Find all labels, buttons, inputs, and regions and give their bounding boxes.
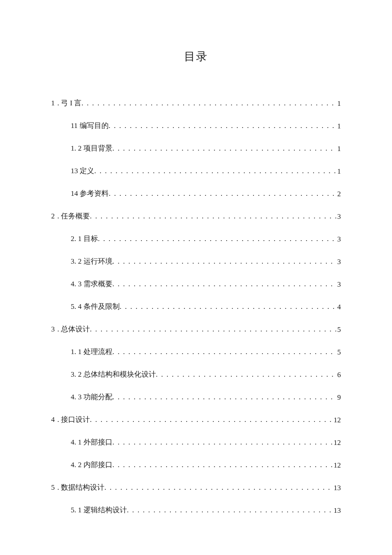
toc-entry-label: 4. 2 内部接口 xyxy=(71,460,112,470)
toc-entry: 5. 数据结构设计 . . . . . . . . . . . . . . . … xyxy=(51,482,341,492)
toc-leader-dots: . . . . . . . . . . . . . . . . . . . . … xyxy=(156,370,337,379)
toc-entry: 5. 4 条件及限制. . . . . . . . . . . . . . . … xyxy=(51,302,341,311)
toc-entry: 4. 接口设计 . . . . . . . . . . . . . . . . … xyxy=(51,415,341,424)
toc-entry-page: 5 xyxy=(337,325,341,334)
toc-entry-number: 3 xyxy=(51,325,55,334)
toc-entry: 2. 任务概要 . . . . . . . . . . . . . . . . … xyxy=(51,211,341,221)
toc-entry: 11 编写目的. . . . . . . . . . . . . . . . .… xyxy=(51,121,341,131)
toc-entry: 4. 2 内部接口. . . . . . . . . . . . . . . .… xyxy=(51,460,341,470)
toc-entry-page: 6 xyxy=(337,371,341,379)
toc-entry-page: 13 xyxy=(333,484,341,492)
toc-entry-number: 1 xyxy=(51,99,55,108)
toc-entry-page: 2 xyxy=(337,190,341,198)
toc-entry-label: 3. 总体设计 xyxy=(51,324,90,334)
toc-leader-dots: . . . . . . . . . . . . . . . . . . . . … xyxy=(104,483,333,492)
table-of-contents: 1. 弓 I 言 . . . . . . . . . . . . . . . .… xyxy=(51,98,341,515)
toc-entry-page: 5 xyxy=(337,348,341,357)
toc-entry-label: 5. 4 条件及限制 xyxy=(71,302,120,311)
toc-entry-label: 4. 1 外部接口 xyxy=(71,437,112,447)
toc-entry-page: 9 xyxy=(337,393,341,402)
toc-title: 目录 xyxy=(51,49,341,64)
toc-entry-label: 2. 1 目标 xyxy=(71,234,98,244)
toc-leader-dots: . . . . . . . . . . . . . . . . . . . . … xyxy=(109,189,336,198)
toc-entry: 5. 1 逻辑结构设计. . . . . . . . . . . . . . .… xyxy=(51,505,341,515)
toc-entry-page: 3 xyxy=(337,280,341,289)
toc-entry: 1. 2 项目背景. . . . . . . . . . . . . . . .… xyxy=(51,143,341,153)
toc-entry-page: 1 xyxy=(337,145,341,153)
toc-entry: 4. 3 功能分配. . . . . . . . . . . . . . . .… xyxy=(51,392,341,402)
toc-entry-label: 1. 弓 I 言 xyxy=(51,98,81,108)
toc-entry-label: 1. 2 项目背景 xyxy=(71,143,112,153)
toc-entry: 14 参考资料. . . . . . . . . . . . . . . . .… xyxy=(51,189,341,198)
toc-entry-label: 4. 3 功能分配 xyxy=(71,392,112,402)
toc-entry-page: 12 xyxy=(333,416,341,424)
toc-leader-dots: . . . . . . . . . . . . . . . . . . . . … xyxy=(127,506,333,514)
toc-entry-label: 5. 1 逻辑结构设计 xyxy=(71,505,127,515)
toc-entry-page: 3 xyxy=(337,235,341,244)
toc-entry-label: 4. 3 需求概要 xyxy=(71,279,112,289)
toc-entry-page: 3 xyxy=(337,212,341,221)
toc-entry-label: 3. 2 总体结构和模块化设计 xyxy=(71,369,156,379)
toc-entry-number: 2 xyxy=(51,212,55,221)
toc-leader-dots: . . . . . . . . . . . . . . . . . . . . … xyxy=(112,461,333,469)
toc-leader-dots: . . . . . . . . . . . . . . . . . . . . … xyxy=(90,416,333,424)
toc-entry: 13 定义. . . . . . . . . . . . . . . . . .… xyxy=(51,166,341,176)
toc-leader-dots: . . . . . . . . . . . . . . . . . . . . … xyxy=(112,144,337,153)
toc-entry-page: 12 xyxy=(333,461,341,470)
toc-leader-dots: . . . . . . . . . . . . . . . . . . . . … xyxy=(109,122,337,130)
toc-leader-dots: . . . . . . . . . . . . . . . . . . . . … xyxy=(112,438,333,447)
toc-entry-label: 2. 任务概要 xyxy=(51,211,90,221)
toc-entry-page: 1 xyxy=(337,122,341,131)
toc-leader-dots: . . . . . . . . . . . . . . . . . . . . … xyxy=(120,302,337,311)
toc-entry-number: 4 xyxy=(51,416,55,424)
toc-entry-label: 3. 2 运行环境 xyxy=(71,256,112,266)
toc-entry: 3. 2 运行环境. . . . . . . . . . . . . . . .… xyxy=(51,256,341,266)
toc-entry-label: 5. 数据结构设计 xyxy=(51,482,104,492)
toc-leader-dots: . . . . . . . . . . . . . . . . . . . . … xyxy=(98,235,337,243)
toc-entry: 2. 1 目标. . . . . . . . . . . . . . . . .… xyxy=(51,234,341,244)
toc-entry-label: 13 定义 xyxy=(71,166,94,176)
toc-entry-page: 12 xyxy=(333,439,341,447)
toc-entry-label: 1. 1 处理流程 xyxy=(71,347,112,357)
toc-entry: 1. 弓 I 言 . . . . . . . . . . . . . . . .… xyxy=(51,98,341,108)
toc-entry: 3. 总体设计 . . . . . . . . . . . . . . . . … xyxy=(51,324,341,334)
toc-leader-dots: . . . . . . . . . . . . . . . . . . . . … xyxy=(112,257,337,266)
toc-entry: 3. 2 总体结构和模块化设计. . . . . . . . . . . . .… xyxy=(51,369,341,379)
toc-entry-page: 4 xyxy=(337,303,341,311)
toc-entry-number: 5 xyxy=(51,483,55,492)
toc-leader-dots: . . . . . . . . . . . . . . . . . . . . … xyxy=(112,280,337,288)
toc-entry: 1. 1 处理流程. . . . . . . . . . . . . . . .… xyxy=(51,347,341,357)
toc-leader-dots: . . . . . . . . . . . . . . . . . . . . … xyxy=(90,325,337,334)
toc-leader-dots: . . . . . . . . . . . . . . . . . . . . … xyxy=(112,393,337,401)
toc-entry-label: 14 参考资料 xyxy=(71,189,109,198)
toc-entry-label: 4. 接口设计 xyxy=(51,415,90,424)
toc-entry-page: 1 xyxy=(337,99,341,108)
toc-leader-dots: . . . . . . . . . . . . . . . . . . . . … xyxy=(112,348,337,356)
toc-entry-page: 1 xyxy=(337,167,341,176)
toc-entry-label: 11 编写目的 xyxy=(71,121,109,131)
toc-entry: 4. 1 外部接口. . . . . . . . . . . . . . . .… xyxy=(51,437,341,447)
toc-leader-dots: . . . . . . . . . . . . . . . . . . . . … xyxy=(94,167,336,175)
toc-leader-dots: . . . . . . . . . . . . . . . . . . . . … xyxy=(90,212,337,221)
toc-entry-page: 13 xyxy=(333,506,341,515)
toc-leader-dots: . . . . . . . . . . . . . . . . . . . . … xyxy=(81,99,336,108)
toc-entry-page: 3 xyxy=(337,258,341,266)
toc-entry: 4. 3 需求概要. . . . . . . . . . . . . . . .… xyxy=(51,279,341,289)
